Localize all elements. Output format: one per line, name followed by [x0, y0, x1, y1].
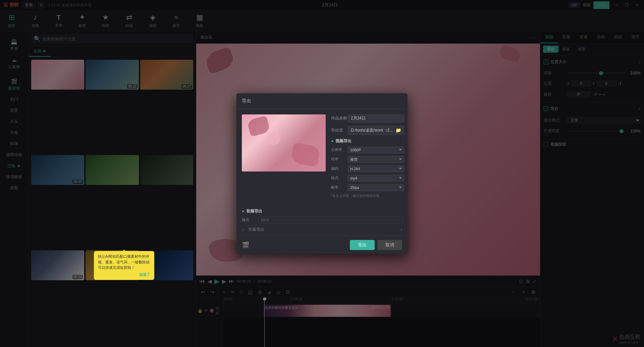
- dialog-footer: 🎬 导出 取消: [236, 236, 408, 254]
- thumb-branch-1: [247, 115, 271, 137]
- subtitle-collapse-icon[interactable]: ›: [400, 227, 402, 233]
- dialog-preview-thumb: [242, 114, 326, 171]
- export-path-display[interactable]: D:/tools/桌面/work（2... 📁: [348, 126, 404, 135]
- resolution-select[interactable]: 1080P 720P 4K: [348, 147, 404, 153]
- thumb-branch-2: [290, 142, 320, 167]
- audio-section: ● 音频导出 格式 MP3 AAC: [236, 208, 408, 224]
- dialog-body: 作品名称 导出至 D:/tools/桌面/work（2... 📁 ● 视频导出: [236, 109, 408, 205]
- dialog-form: 作品名称 导出至 D:/tools/桌面/work（2... 📁 ● 视频导出: [331, 114, 404, 200]
- codec-label: 编码: [331, 166, 348, 171]
- resolution-label: 分辨率: [331, 147, 348, 152]
- video-export-check[interactable]: ●: [331, 139, 333, 143]
- fps-row: 帧率 25fps 30fps 60fps: [331, 184, 404, 191]
- audio-format-label: 格式: [242, 217, 259, 222]
- codec-select[interactable]: H.264 H.265: [348, 165, 404, 172]
- export-path-text: D:/tools/桌面/work（2...: [351, 128, 393, 133]
- audio-format-select[interactable]: MP3 AAC: [259, 217, 402, 224]
- thumb-petal-1: [266, 131, 281, 145]
- footer-buttons: 导出 取消: [350, 240, 402, 250]
- browse-folder-icon[interactable]: 📁: [395, 128, 401, 133]
- bitrate-label: 码率: [331, 157, 348, 162]
- video-export-header: ● 视频导出: [331, 138, 404, 144]
- dialog-title: 导出: [236, 93, 408, 109]
- dialog-export-button[interactable]: 导出: [350, 240, 375, 250]
- audio-format-row: 格式 MP3 AAC: [242, 217, 402, 224]
- subtitle-export-title: 字幕导出: [248, 227, 264, 233]
- dialog-cancel-button[interactable]: 取消: [377, 240, 402, 250]
- codec-row: 编码 H.264 H.265: [331, 165, 404, 172]
- tooltip-link[interactable]: 知道了: [98, 272, 150, 278]
- export-dialog: 导出 作品名称 导出至: [236, 93, 408, 254]
- fps-label: 帧率: [331, 185, 348, 190]
- subtitle-section: ○ 字幕导出 ›: [236, 227, 408, 233]
- resolution-row: 分辨率 1080P 720P 4K: [331, 147, 404, 153]
- format-select[interactable]: mp4 mov: [348, 175, 404, 182]
- export-path-label: 导出至: [331, 128, 348, 133]
- tooltip-bubble: 快让AI帮你匹配口播案材中的停顿、重复、语气词，一键删除就可以快速完成短剪辑！ …: [94, 251, 154, 280]
- audio-export-title: 音频导出: [246, 208, 262, 214]
- project-name-row: 作品名称: [331, 114, 404, 122]
- tooltip-text: 快让AI帮你匹配口播案材中的停顿、重复、语气词，一键删除就可以快速完成短剪辑！: [98, 254, 150, 269]
- export-path-row: 导出至 D:/tools/桌面/work（2... 📁: [331, 126, 404, 135]
- video-file-icon[interactable]: 🎬: [242, 241, 249, 249]
- subtitle-export-header: ○ 字幕导出 ›: [242, 227, 402, 233]
- video-export-title: 视频导出: [335, 138, 352, 144]
- format-row: 格式 mp4 mov: [331, 175, 404, 182]
- audio-export-check[interactable]: ●: [242, 209, 244, 213]
- subtitle-export-check[interactable]: ○: [242, 228, 244, 232]
- project-name-label: 作品名称: [331, 115, 348, 121]
- bitrate-select[interactable]: 推荐 较低 较高: [348, 156, 404, 163]
- fps-select[interactable]: 25fps 30fps 60fps: [348, 184, 404, 191]
- bitrate-row: 码率 推荐 较低 较高: [331, 156, 404, 163]
- audio-export-header: ● 音频导出: [242, 208, 402, 214]
- hint-text: *未足义对面，建议去时间线设置。: [331, 194, 404, 198]
- format-label: 格式: [331, 176, 348, 181]
- export-overlay: 导出 作品名称 导出至: [0, 0, 644, 347]
- project-name-input[interactable]: [348, 114, 404, 122]
